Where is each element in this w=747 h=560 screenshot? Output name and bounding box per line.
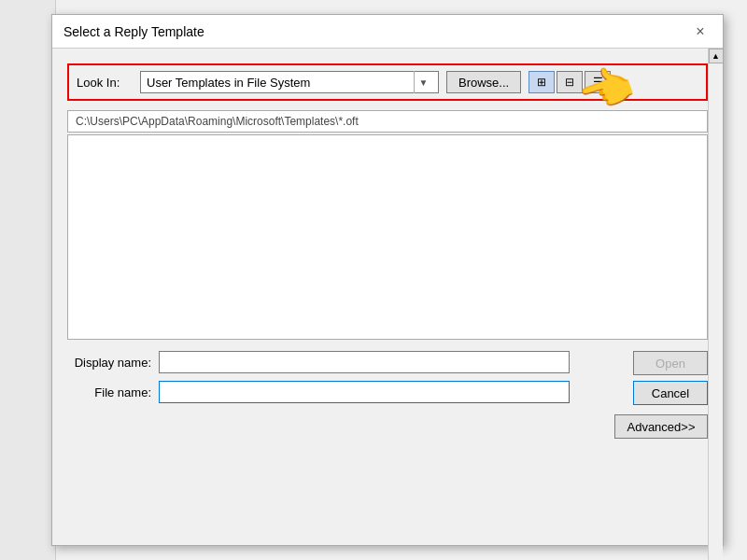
form-fields: Display name: File name: <box>67 351 626 411</box>
look-in-row: Look In: User Templates in File System ▼… <box>67 63 708 101</box>
fields-and-buttons: Display name: File name: Open Cancel <box>67 351 708 411</box>
view-buttons-group: ⊞ ⊟ ☰ <box>529 71 611 93</box>
display-name-row: Display name: <box>67 351 626 373</box>
bottom-row: Advanced>> <box>67 414 708 439</box>
display-name-input[interactable] <box>159 351 570 373</box>
close-button[interactable]: × <box>689 21 712 43</box>
dialog-title: Select a Reply Template <box>63 24 204 39</box>
look-in-dropdown[interactable]: User Templates in File System ▼ <box>140 71 439 93</box>
display-name-label: Display name: <box>67 356 151 370</box>
dialog-title-bar: Select a Reply Template × <box>52 15 723 49</box>
action-buttons: Open Cancel <box>633 351 708 405</box>
view-large-icons-button[interactable]: ⊞ <box>529 71 555 93</box>
file-path-bar: C:\Users\PC\AppData\Roaming\Microsoft\Te… <box>67 110 708 133</box>
scrollbar-up-button[interactable]: ▲ <box>709 49 724 63</box>
dialog-content: Look In: User Templates in File System ▼… <box>52 49 723 450</box>
look-in-selected-value: User Templates in File System <box>147 76 414 90</box>
view-small-icons-button[interactable]: ⊟ <box>557 71 583 93</box>
scrollbar[interactable]: ▲ ▼ <box>708 49 723 560</box>
advanced-button[interactable]: Advanced>> <box>614 414 708 439</box>
look-in-label: Look In: <box>77 76 133 90</box>
file-name-input[interactable] <box>159 381 570 403</box>
chevron-down-icon: ▼ <box>414 71 432 93</box>
select-reply-template-dialog: Select a Reply Template × Look In: User … <box>51 14 724 546</box>
cancel-button[interactable]: Cancel <box>633 381 708 405</box>
file-name-row: File name: <box>67 381 626 403</box>
file-name-label: File name: <box>67 385 151 399</box>
file-list-area[interactable] <box>67 134 708 340</box>
open-button[interactable]: Open <box>633 351 708 375</box>
browse-button[interactable]: Browse... <box>446 71 521 93</box>
left-panel <box>0 0 56 560</box>
view-list-button[interactable]: ☰ <box>585 71 611 93</box>
